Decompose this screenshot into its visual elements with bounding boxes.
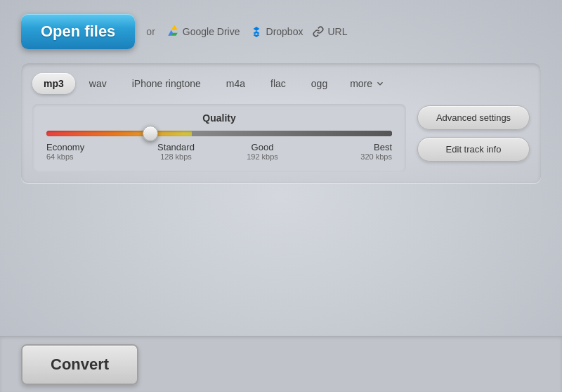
advanced-settings-button[interactable]: Advanced settings [417, 105, 530, 130]
quality-label: Quality [46, 112, 392, 124]
url-link[interactable]: URL [313, 26, 347, 37]
quality-standard: Standard 128 kbps [133, 142, 219, 161]
tab-more[interactable]: more [341, 73, 393, 94]
format-tabs: mp3 wav iPhone ringtone m4a flac ogg mor… [32, 73, 530, 94]
quality-slider-thumb[interactable] [143, 126, 158, 141]
main-content: Open files or Google Drive Dropbox [0, 0, 562, 336]
dropbox-link[interactable]: Dropbox [250, 25, 303, 38]
tab-iphone-ringtone[interactable]: iPhone ringtone [121, 73, 212, 94]
tab-m4a[interactable]: m4a [215, 73, 256, 94]
top-bar: Open files or Google Drive Dropbox [21, 14, 541, 49]
quality-and-settings: Quality Economy 64 kbps Standard 128 kbp… [32, 104, 530, 172]
quality-labels: Economy 64 kbps Standard 128 kbps Good 1… [46, 142, 392, 161]
edit-track-info-button[interactable]: Edit track info [417, 137, 530, 162]
tab-wav[interactable]: wav [78, 73, 118, 94]
open-files-button[interactable]: Open files [21, 14, 135, 49]
side-buttons: Advanced settings Edit track info [417, 104, 530, 162]
tab-ogg[interactable]: ogg [300, 73, 339, 94]
good-kbps: 192 kbps [219, 152, 306, 161]
standard-kbps: 128 kbps [133, 152, 219, 161]
chevron-down-icon [375, 79, 385, 89]
slider-track-gray [192, 131, 392, 136]
slider-container [46, 131, 392, 136]
google-drive-link[interactable]: Google Drive [166, 25, 240, 38]
google-drive-label: Google Drive [183, 26, 240, 37]
dropbox-icon [250, 25, 263, 38]
economy-name: Economy [46, 142, 133, 152]
quality-economy: Economy 64 kbps [46, 142, 133, 161]
best-kbps: 320 kbps [306, 152, 392, 161]
standard-name: Standard [133, 142, 219, 152]
slider-track [46, 131, 392, 136]
format-area: mp3 wav iPhone ringtone m4a flac ogg mor… [21, 63, 541, 183]
tab-mp3[interactable]: mp3 [32, 73, 75, 94]
link-icon [313, 26, 324, 37]
quality-panel: Quality Economy 64 kbps Standard 128 kbp… [32, 104, 406, 172]
bottom-bar: Convert [0, 336, 562, 392]
quality-best: Best 320 kbps [306, 142, 392, 161]
more-label: more [350, 78, 372, 89]
tab-flac[interactable]: flac [259, 73, 297, 94]
economy-kbps: 64 kbps [46, 152, 133, 161]
good-name: Good [219, 142, 306, 152]
dropbox-label: Dropbox [266, 26, 303, 37]
best-name: Best [306, 142, 392, 152]
quality-good: Good 192 kbps [219, 142, 306, 161]
convert-button[interactable]: Convert [21, 344, 138, 385]
google-drive-icon [166, 25, 179, 38]
or-text: or [146, 26, 155, 37]
url-label: URL [327, 26, 347, 37]
cloud-links: Google Drive Dropbox URL [166, 25, 348, 38]
